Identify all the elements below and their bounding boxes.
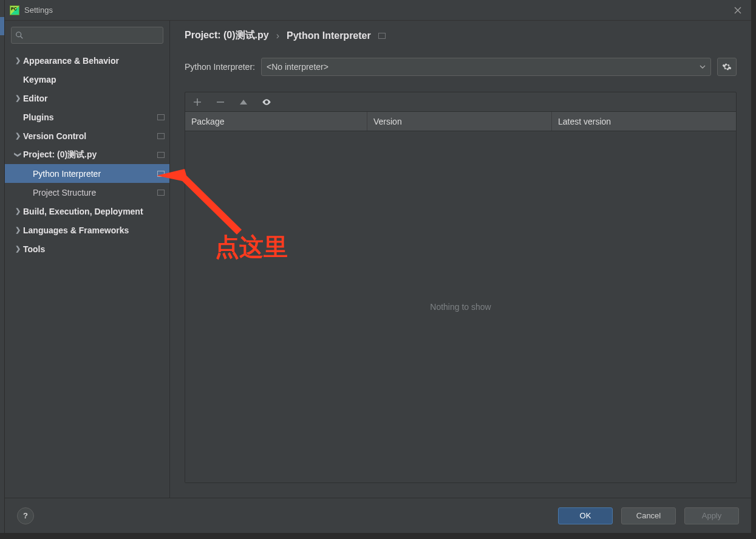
sidebar-item-label: Version Control xyxy=(23,131,86,141)
svg-point-0 xyxy=(16,32,21,37)
close-icon xyxy=(734,7,741,14)
packages-body: Nothing to show xyxy=(185,131,736,482)
chevron-down-icon: ❯ xyxy=(14,149,22,160)
chevron-right-icon: ❯ xyxy=(12,57,23,64)
sidebar-item-keymap[interactable]: Keymap xyxy=(5,70,169,89)
plus-icon xyxy=(192,97,202,107)
question-icon: ? xyxy=(23,511,28,520)
help-button[interactable]: ? xyxy=(17,507,34,524)
triangle-up-icon xyxy=(239,97,248,107)
settings-tree: ❯ Appearance & Behavior Keymap ❯ Editor … xyxy=(5,49,169,498)
interpreter-value: <No interpreter> xyxy=(267,62,329,72)
empty-state-text: Nothing to show xyxy=(430,302,491,312)
sidebar-item-python-interpreter[interactable]: Python Interpreter xyxy=(5,164,169,183)
sidebar-item-appearance[interactable]: ❯ Appearance & Behavior xyxy=(5,51,169,70)
breadcrumb-separator: › xyxy=(276,30,279,41)
sidebar-item-label: Editor xyxy=(23,94,47,103)
sidebar: ❯ Appearance & Behavior Keymap ❯ Editor … xyxy=(5,21,170,498)
sidebar-item-label: Project: (0)测试.py xyxy=(23,149,97,160)
breadcrumb-root[interactable]: Project: (0)测试.py xyxy=(185,29,269,42)
apply-button[interactable]: Apply xyxy=(684,507,739,524)
backdrop-left-strip xyxy=(0,0,5,533)
titlebar: Settings xyxy=(5,0,751,21)
sidebar-item-version-control[interactable]: ❯ Version Control xyxy=(5,126,169,145)
search-input-wrapper[interactable] xyxy=(11,27,163,44)
sidebar-item-project-structure[interactable]: Project Structure xyxy=(5,183,169,202)
main-panel: Project: (0)测试.py › Python Interpreter P… xyxy=(170,21,751,498)
sidebar-item-build[interactable]: ❯ Build, Execution, Deployment xyxy=(5,202,169,221)
svg-line-1 xyxy=(21,36,23,39)
search-icon xyxy=(15,31,24,39)
bottom-edge xyxy=(0,533,756,539)
interpreter-select[interactable]: <No interpreter> xyxy=(261,58,711,76)
sidebar-item-languages[interactable]: ❯ Languages & Frameworks xyxy=(5,221,169,239)
sidebar-item-project[interactable]: ❯ Project: (0)测试.py xyxy=(5,145,169,164)
packages-toolbar xyxy=(185,92,736,112)
minus-icon xyxy=(216,97,225,107)
backdrop-accent xyxy=(0,17,5,35)
chevron-right-icon: ❯ xyxy=(12,226,23,234)
footer: ? OK Cancel Apply xyxy=(5,498,751,533)
sidebar-item-label: Project Structure xyxy=(33,188,96,197)
close-button[interactable] xyxy=(729,2,746,19)
search-input[interactable] xyxy=(26,31,159,40)
cancel-button[interactable]: Cancel xyxy=(621,507,676,524)
upgrade-package-button[interactable] xyxy=(237,96,250,108)
sidebar-item-editor[interactable]: ❯ Editor xyxy=(5,89,169,108)
sidebar-item-plugins[interactable]: Plugins xyxy=(5,108,169,126)
column-package[interactable]: Package xyxy=(185,112,367,131)
spacer xyxy=(170,483,751,498)
project-scope-icon xyxy=(157,190,165,196)
sidebar-item-label: Build, Execution, Deployment xyxy=(23,207,143,216)
sidebar-item-label: Plugins xyxy=(23,112,54,122)
sidebar-item-label: Python Interpreter xyxy=(33,169,101,179)
project-scope-icon xyxy=(157,152,165,158)
breadcrumb-leaf: Python Interpreter xyxy=(287,30,371,41)
remove-package-button[interactable] xyxy=(214,96,226,108)
gear-icon xyxy=(722,62,732,72)
project-scope-icon xyxy=(157,114,165,120)
project-scope-icon xyxy=(157,171,165,177)
ok-button[interactable]: OK xyxy=(558,507,613,524)
chevron-right-icon: ❯ xyxy=(12,132,23,140)
interpreter-settings-button[interactable] xyxy=(717,58,737,76)
interpreter-label: Python Interpreter: xyxy=(185,62,255,72)
chevron-right-icon: ❯ xyxy=(12,207,23,215)
chevron-down-icon xyxy=(700,62,706,72)
sidebar-item-label: Appearance & Behavior xyxy=(23,56,119,66)
column-version[interactable]: Version xyxy=(367,112,552,131)
breadcrumb: Project: (0)测试.py › Python Interpreter xyxy=(185,21,751,49)
packages-panel: Package Version Latest version Nothing t… xyxy=(185,92,737,483)
packages-header: Package Version Latest version xyxy=(185,112,736,131)
chevron-right-icon: ❯ xyxy=(12,245,23,253)
settings-dialog: Settings ❯ Appearance & Behavior Keymap xyxy=(5,0,751,533)
sidebar-item-label: Languages & Frameworks xyxy=(23,225,129,235)
project-scope-icon xyxy=(157,133,165,139)
interpreter-row: Python Interpreter: <No interpreter> xyxy=(185,58,737,76)
sidebar-item-label: Tools xyxy=(23,244,45,254)
show-early-releases-button[interactable] xyxy=(261,96,273,108)
window-title: Settings xyxy=(24,5,53,15)
column-latest[interactable]: Latest version xyxy=(552,112,736,131)
sidebar-item-label: Keymap xyxy=(23,75,56,84)
add-package-button[interactable] xyxy=(191,96,203,108)
project-scope-icon xyxy=(378,33,386,39)
sidebar-item-tools[interactable]: ❯ Tools xyxy=(5,239,169,258)
pycharm-icon xyxy=(10,5,19,15)
eye-icon xyxy=(262,97,271,107)
dialog-body: ❯ Appearance & Behavior Keymap ❯ Editor … xyxy=(5,21,751,498)
chevron-right-icon: ❯ xyxy=(12,94,23,102)
